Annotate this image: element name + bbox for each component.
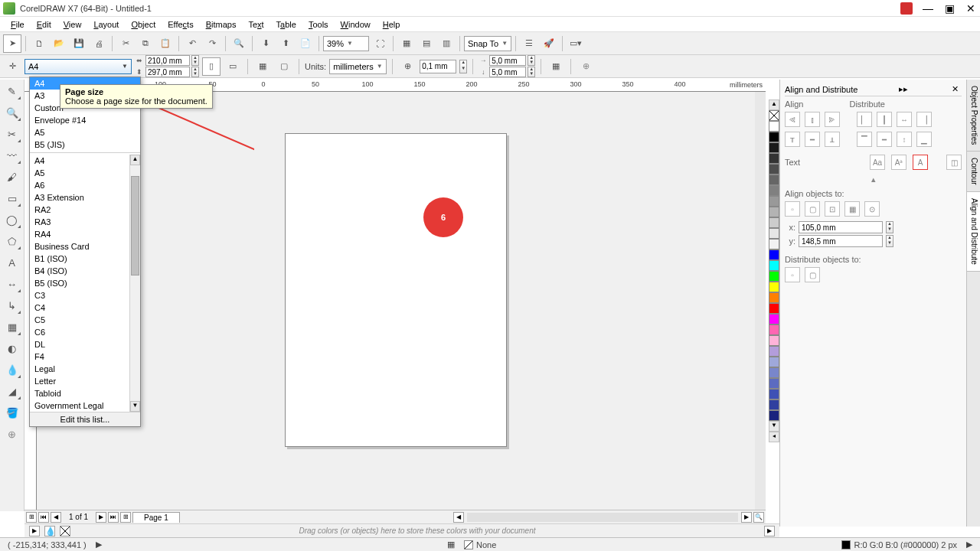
color-swatch[interactable]: [769, 314, 779, 324]
color-swatch[interactable]: [769, 303, 779, 314]
freehand-tool-icon[interactable]: ✎: [2, 81, 22, 101]
h-scrollbar[interactable]: [467, 513, 738, 522]
color-swatch[interactable]: [769, 207, 779, 217]
add-page-after-icon[interactable]: ⊞: [120, 512, 131, 523]
menu-file[interactable]: File: [5, 18, 31, 31]
dist-spacing-h-icon[interactable]: ↔: [897, 112, 912, 127]
align-top-icon[interactable]: ⫪: [785, 132, 800, 147]
color-swatch[interactable]: [769, 228, 779, 239]
publish-pdf-icon[interactable]: 📄: [296, 34, 315, 53]
fullscreen-icon[interactable]: ⛶: [371, 34, 389, 53]
align-grid-icon[interactable]: ▦: [844, 201, 860, 217]
palette-down-icon[interactable]: ▼: [769, 421, 779, 432]
align-bottom-icon[interactable]: ⫫: [825, 132, 840, 147]
menu-help[interactable]: Help: [377, 18, 407, 31]
all-pages-icon[interactable]: ▦: [253, 57, 272, 76]
color-swatch[interactable]: [769, 132, 779, 142]
dd-item[interactable]: Legal: [30, 363, 129, 375]
app-launcher-icon[interactable]: ▭▾: [567, 34, 585, 53]
dd-item[interactable]: C5: [30, 314, 129, 326]
landscape-icon[interactable]: ▭: [224, 57, 242, 76]
new-icon[interactable]: 🗋: [30, 34, 48, 53]
color-swatch[interactable]: [769, 324, 779, 335]
menu-table[interactable]: Table: [270, 18, 302, 31]
print-icon[interactable]: 🖨: [90, 34, 108, 53]
nudge-input[interactable]: 0,1 mm: [420, 60, 456, 73]
rectangle-tool-icon[interactable]: ▭: [2, 188, 22, 208]
scroll-up-icon[interactable]: ▲: [130, 155, 140, 165]
dd-item[interactable]: Tabloid: [30, 387, 129, 399]
dd-item[interactable]: RA4: [30, 228, 129, 240]
menu-view[interactable]: View: [57, 18, 88, 31]
dist-left-icon[interactable]: ▏: [857, 112, 872, 127]
dd-edit-list[interactable]: Edit this list...: [30, 412, 140, 426]
align-point-icon[interactable]: ⊙: [864, 201, 880, 217]
align-active-objects-icon[interactable]: ▫: [785, 201, 800, 217]
color-swatch[interactable]: [769, 282, 779, 292]
rulers-icon[interactable]: ▦: [397, 34, 416, 53]
fill-swatch[interactable]: [464, 540, 473, 549]
polygon-tool-icon[interactable]: ⬠: [2, 231, 22, 251]
align-center-h-icon[interactable]: ⫿: [805, 112, 820, 127]
scroll-down-icon[interactable]: ▼: [130, 401, 140, 412]
shape-tool-icon[interactable]: ✛: [3, 57, 21, 76]
outline-swatch[interactable]: [841, 540, 851, 549]
artistic-media-icon[interactable]: 🖌: [2, 167, 22, 187]
page-size-combo[interactable]: A4 ▼: [24, 59, 132, 74]
object-info-icon[interactable]: ▶: [91, 540, 106, 549]
dist-bottom-icon[interactable]: ▁: [916, 132, 932, 147]
launch-icon[interactable]: 🚀: [540, 34, 558, 53]
color-swatch[interactable]: [769, 153, 779, 164]
portrait-icon[interactable]: ▯: [202, 57, 220, 76]
x-spinner[interactable]: ▲▼: [886, 221, 893, 233]
color-swatch[interactable]: [769, 164, 779, 174]
options-icon[interactable]: ☰: [520, 34, 538, 53]
menu-object[interactable]: Object: [125, 18, 162, 31]
docker-options-icon[interactable]: ▸▸: [896, 84, 911, 94]
dd-item[interactable]: Business Card: [30, 240, 129, 253]
color-swatch[interactable]: [769, 378, 779, 389]
units-combo[interactable]: millimeters▼: [329, 59, 387, 74]
align-center-v-icon[interactable]: ━: [805, 132, 820, 147]
close-button[interactable]: ✕: [965, 2, 977, 15]
add-page-before-icon[interactable]: ⊞: [26, 512, 37, 523]
dd-item[interactable]: DL: [30, 338, 129, 350]
copy-icon[interactable]: ⧉: [136, 34, 155, 53]
open-icon[interactable]: 📂: [50, 34, 68, 53]
dd-item[interactable]: A6: [30, 179, 129, 191]
color-swatch[interactable]: [769, 389, 779, 399]
color-swatch[interactable]: [769, 249, 779, 260]
save-icon[interactable]: 💾: [70, 34, 88, 53]
y-spinner[interactable]: ▲▼: [886, 235, 893, 247]
menu-effects[interactable]: Effects: [162, 18, 199, 31]
dupe-x-spinner[interactable]: ▲▼: [528, 55, 535, 66]
color-swatch[interactable]: [769, 410, 779, 421]
align-y-input[interactable]: [799, 235, 883, 247]
dist-center-v-icon[interactable]: ━: [877, 132, 892, 147]
grid-icon[interactable]: ▤: [417, 34, 436, 53]
cut-icon[interactable]: ✂: [116, 34, 135, 53]
color-swatch[interactable]: [769, 335, 779, 346]
docker-tab-object-properties[interactable]: Object Properties: [967, 80, 980, 152]
dd-item[interactable]: B1 (ISO): [30, 253, 129, 265]
dupe-y-input[interactable]: 5,0 mm: [489, 67, 526, 77]
dist-selection-icon[interactable]: ▫: [785, 267, 800, 282]
snap-combo[interactable]: Snap To▼: [464, 36, 511, 51]
quick-customize-icon[interactable]: ⊕: [2, 424, 22, 444]
color-swatch[interactable]: [769, 346, 779, 357]
prev-page-icon[interactable]: ◀: [51, 512, 61, 523]
color-swatch[interactable]: [769, 196, 779, 207]
width-spinner[interactable]: ▲▼: [191, 55, 199, 66]
text-baseline-icon[interactable]: Aa: [870, 155, 885, 170]
dd-item-b5jis[interactable]: B5 (JIS): [30, 139, 140, 151]
menu-text[interactable]: Text: [242, 18, 270, 31]
dd-item-a5[interactable]: A5: [30, 126, 140, 139]
align-page-edge-icon[interactable]: ▢: [805, 201, 820, 217]
next-page-icon[interactable]: ▶: [96, 512, 106, 523]
page-height-input[interactable]: 297,0 mm: [145, 67, 190, 77]
color-swatch[interactable]: [769, 260, 779, 271]
user-account-icon[interactable]: [900, 2, 913, 15]
dist-top-icon[interactable]: ▔: [857, 132, 872, 147]
color-swatch[interactable]: [769, 357, 779, 367]
docker-close-icon[interactable]: ✕: [949, 84, 962, 94]
